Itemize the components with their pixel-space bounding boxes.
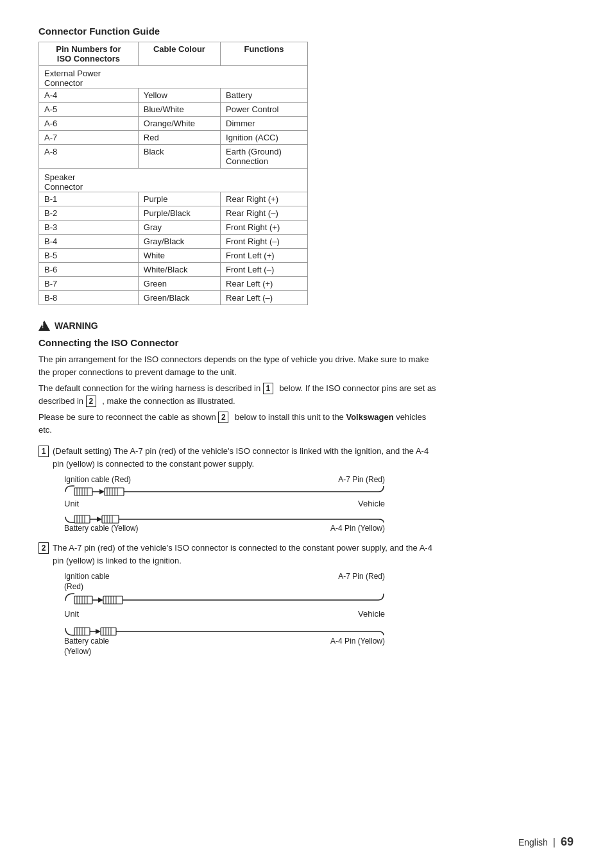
table-section-speaker: SpeakerConnector: [39, 169, 308, 192]
warning-section: WARNING: [38, 321, 574, 331]
svg-marker-7: [99, 489, 105, 494]
warning-title: WARNING: [38, 321, 574, 331]
body2-text: The default connection for the wiring ha…: [38, 383, 263, 393]
diagram-2: Ignition cable (Red) A-7 Pin (Red) Unit: [64, 572, 385, 656]
diag1-battery-label: Battery cable (Yellow): [64, 524, 139, 533]
diag1-a7-label: A-7 Pin (Red): [338, 475, 385, 484]
diag2-bot-wire: [64, 620, 385, 637]
diag1-bot-wire: [64, 510, 385, 524]
connector-table: Pin Numbers forISO Connectors Cable Colo…: [38, 42, 308, 305]
body3-text: Please be sure to reconnect the cable as…: [38, 412, 218, 422]
diag2-battery-line2: (Yellow): [64, 647, 91, 656]
diag1-vehicle-label: Vehicle: [358, 499, 385, 508]
diag2-bot-wire-svg: [64, 620, 385, 637]
number-box-2: 2: [38, 542, 49, 554]
table-row: B-8Green/BlackRear Left (–): [39, 291, 308, 305]
num1-text: (Default setting) The A-7 pin (red) of t…: [53, 445, 436, 470]
ref-box-2b: 2: [218, 412, 228, 423]
page-footer: English | 69: [518, 835, 574, 849]
numbered-item-1: 1 (Default setting) The A-7 pin (red) of…: [38, 445, 436, 470]
col-header-function: Functions: [221, 42, 308, 66]
diag2-ignition-line1: Ignition cable: [64, 572, 110, 581]
table-row: B-3GrayFront Right (+): [39, 221, 308, 235]
table-row: A-6Orange/WhiteDimmer: [39, 117, 308, 131]
diag2-a7-label: A-7 Pin (Red): [338, 572, 385, 592]
table-row: B-5WhiteFront Left (+): [39, 249, 308, 263]
diag2-top-wire: [64, 592, 385, 609]
ref-box-2: 2: [86, 396, 96, 407]
diag1-bot-wire-svg: [64, 510, 385, 524]
language-label: English: [518, 837, 548, 847]
diag2-ignition-label: Ignition cable (Red): [64, 572, 154, 592]
diag1-top-labels: Ignition cable (Red) A-7 Pin (Red): [64, 475, 385, 484]
diag2-unit-vehicle: Unit Vehicle: [64, 609, 385, 619]
warning-triangle-icon: [38, 321, 50, 331]
diag1-bot-labels: Battery cable (Yellow) A-4 Pin (Yellow): [64, 524, 385, 533]
svg-marker-35: [98, 597, 103, 603]
table-row: A-4YellowBattery: [39, 88, 308, 103]
table-row: B-4Gray/BlackFront Right (–): [39, 235, 308, 249]
svg-marker-21: [97, 517, 102, 522]
diagram-1: Ignition cable (Red) A-7 Pin (Red): [64, 475, 385, 533]
diag2-a4-label: A-4 Pin (Yellow): [330, 637, 385, 656]
diag1-a4-label: A-4 Pin (Yellow): [330, 524, 385, 533]
warning-label: WARNING: [55, 321, 98, 331]
diag1-unit-label: Unit: [64, 499, 79, 508]
number-box-1: 1: [38, 446, 49, 457]
body-text-2: The default connection for the wiring ha…: [38, 382, 436, 407]
table-row: A-8BlackEarth (Ground)Connection: [39, 145, 308, 169]
diag2-top-wire-svg: [64, 592, 385, 609]
separator: |: [553, 837, 556, 848]
numbered-item-2: 2 The A-7 pin (red) of the vehicle's ISO…: [38, 542, 436, 567]
volkswagen-bold: Volkswagen: [346, 412, 393, 422]
svg-marker-49: [96, 629, 101, 634]
diag2-battery-label: Battery cable (Yellow): [64, 637, 154, 656]
diag1-unit-vehicle: Unit Vehicle: [64, 499, 385, 508]
col-header-pin: Pin Numbers forISO Connectors: [39, 42, 139, 66]
num2-text: The A-7 pin (red) of the vehicle's ISO c…: [53, 542, 436, 567]
diag2-unit-label: Unit: [64, 609, 79, 619]
diag2-vehicle-label: Vehicle: [358, 609, 385, 619]
diag1-top-wire: [64, 485, 385, 499]
diag2-bot-labels: Battery cable (Yellow) A-4 Pin (Yellow): [64, 637, 385, 656]
body3b-text: below to install this unit to the: [235, 412, 346, 422]
table-row: A-7RedIgnition (ACC): [39, 131, 308, 145]
table-row: B-6White/BlackFront Left (–): [39, 263, 308, 277]
diag2-top-labels: Ignition cable (Red) A-7 Pin (Red): [64, 572, 385, 592]
connecting-title: Connecting the ISO Connector: [38, 337, 574, 348]
diag1-ignition-label: Ignition cable (Red): [64, 475, 131, 484]
diag2-ignition-line2: (Red): [64, 582, 83, 591]
table-row: B-7GreenRear Left (+): [39, 277, 308, 291]
body2c-text: , make the connection as illustrated.: [102, 396, 235, 406]
body-text-1: The pin arrangement for the ISO connecto…: [38, 353, 436, 378]
diag1-top-wire-svg: [64, 485, 385, 499]
section-title: Connector Function Guide: [38, 26, 574, 37]
ref-box-1: 1: [263, 383, 273, 394]
page-number: 69: [561, 835, 574, 849]
col-header-colour: Cable Colour: [138, 42, 220, 66]
table-section-external: External PowerConnector: [39, 66, 308, 88]
table-row: A-5Blue/WhitePower Control: [39, 103, 308, 117]
diag2-battery-line1: Battery cable: [64, 637, 109, 646]
table-row: B-1PurpleRear Right (+): [39, 192, 308, 206]
table-row: B-2Purple/BlackRear Right (–): [39, 206, 308, 221]
body-text-3: Please be sure to reconnect the cable as…: [38, 411, 436, 436]
